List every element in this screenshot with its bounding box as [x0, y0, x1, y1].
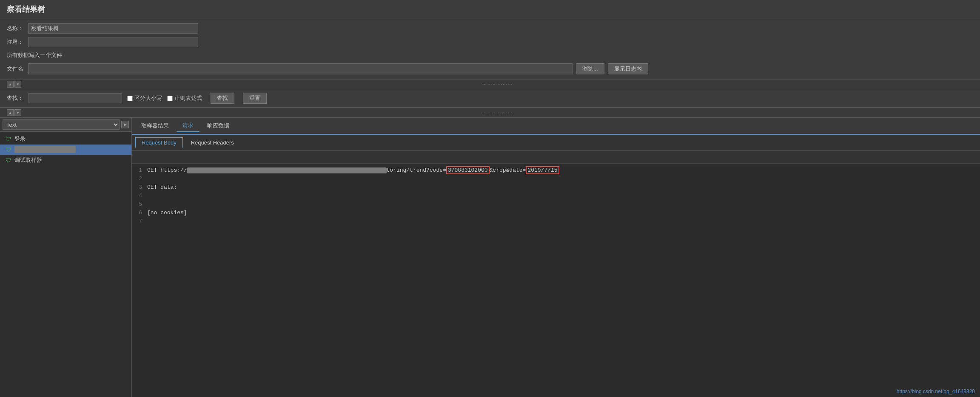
code-line-4: 4: [132, 193, 980, 201]
name-input[interactable]: [28, 23, 198, 34]
page-title: 察看结果树: [7, 5, 45, 14]
search-label: 查找：: [7, 94, 23, 102]
reset-button[interactable]: 重置: [243, 93, 267, 104]
tree-item-login-label: 登录: [14, 135, 26, 143]
sub-tabs: Request Body Request Headers: [132, 135, 980, 151]
line-num-4: 4: [132, 193, 147, 199]
empty-bar: [132, 151, 980, 164]
watermark: https://blog.csdn.net/qq_41648820: [897, 388, 975, 394]
name-label: 名称：: [7, 25, 28, 32]
name-row: 名称：: [0, 22, 980, 35]
filename-label: 文件名: [7, 65, 28, 73]
all-data-label: 所有数据写入一个文件: [0, 49, 980, 62]
blurred-url: ████████████████████████████████████████…: [187, 167, 387, 173]
line-content-6: [no cookies]: [147, 210, 187, 216]
browse-button[interactable]: 浏览...: [576, 63, 604, 74]
tree-selector[interactable]: Text HTML JSON XML: [3, 119, 120, 130]
regex-label: 正则表达式: [167, 94, 202, 102]
code-line-3: 3 GET data:: [132, 184, 980, 193]
tree-item-blurred-text: ████████████████: [14, 146, 76, 153]
line-content-1: GET https://████████████████████████████…: [147, 167, 559, 173]
code-line-2: 2: [132, 176, 980, 184]
tree-item-login[interactable]: 🛡 登录: [0, 133, 131, 145]
line-content-5: [147, 201, 151, 207]
tab-request[interactable]: 请求: [177, 119, 199, 132]
tree-arrow-btn[interactable]: ▶: [121, 121, 129, 128]
content-panel: 取样器结果 请求 响应数据 Request Body Request Heade…: [132, 118, 980, 397]
regex-checkbox[interactable]: [167, 96, 173, 101]
file-row: 文件名 浏览... 显示日志内: [0, 62, 980, 76]
tab-response-data[interactable]: 响应数据: [201, 120, 235, 132]
note-row: 注释：: [0, 35, 980, 49]
line-num-2: 2: [132, 176, 147, 182]
tree-item-debug-label: 调试取样器: [14, 156, 42, 164]
lower-section: Text HTML JSON XML ▶ 🛡 登录 🛡 ████████████…: [0, 118, 980, 397]
show-log-button[interactable]: 显示日志内: [608, 63, 648, 74]
case-sensitive-checkbox[interactable]: [127, 96, 133, 101]
sub-tab-request-headers[interactable]: Request Headers: [185, 137, 240, 148]
divider-dots-2: ⋯⋯⋯⋯⋯⋯: [482, 111, 513, 115]
code-line-6: 6 [no cookies]: [132, 210, 980, 218]
arrow-down-btn-2[interactable]: ▼: [14, 109, 21, 116]
code-line-5: 5: [132, 201, 980, 210]
code-area: 1 GET https://██████████████████████████…: [132, 164, 980, 397]
main-tabs: 取样器结果 请求 响应数据: [132, 118, 980, 135]
line-num-5: 5: [132, 201, 147, 207]
divider-dots: ⋯⋯⋯⋯⋯⋯: [482, 82, 513, 87]
line-num-7: 7: [132, 218, 147, 224]
note-label: 注释：: [7, 38, 28, 46]
line-content-4: [147, 193, 151, 199]
title-bar: 察看结果树: [0, 0, 980, 19]
line-content-3: GET data:: [147, 184, 177, 190]
highlight-date: 2019/7/15: [526, 166, 559, 174]
arrow-up-btn-2[interactable]: ▲: [7, 109, 14, 116]
search-input[interactable]: [28, 93, 122, 103]
find-button[interactable]: 查找: [211, 93, 234, 104]
case-sensitive-label: 区分大小写: [127, 94, 162, 102]
code-line-1: 1 GET https://██████████████████████████…: [132, 167, 980, 176]
arrow-up-btn[interactable]: ▲: [7, 81, 14, 88]
tree-items: 🛡 登录 🛡 ████████████████ 🛡 调试取样器: [0, 132, 131, 397]
tree-panel: Text HTML JSON XML ▶ 🛡 登录 🛡 ████████████…: [0, 118, 132, 397]
code-line-7: 7: [132, 218, 980, 227]
line-content-2: [147, 176, 151, 182]
highlight-code: 370883102000: [446, 166, 490, 174]
divider-bottom: ▲ ▼ ⋯⋯⋯⋯⋯⋯: [0, 108, 980, 118]
note-input[interactable]: [28, 37, 198, 47]
main-container: 察看结果树 名称： 注释： 所有数据写入一个文件 文件名 浏览... 显示日志内…: [0, 0, 980, 397]
shield-icon-debug: 🛡: [5, 157, 12, 164]
search-section: 查找： 区分大小写 正则表达式 查找 重置: [0, 89, 980, 108]
line-num-3: 3: [132, 184, 147, 190]
tree-toolbar: Text HTML JSON XML ▶: [0, 118, 131, 132]
tree-item-debug[interactable]: 🛡 调试取样器: [0, 155, 131, 166]
filename-input[interactable]: [28, 63, 573, 74]
tree-item-blurred[interactable]: 🛡 ████████████████: [0, 145, 131, 155]
divider-top: ▲ ▼ ⋯⋯⋯⋯⋯⋯: [0, 79, 980, 89]
line-num-1: 1: [132, 167, 147, 173]
shield-icon-login: 🛡: [5, 136, 12, 142]
form-section: 名称： 注释： 所有数据写入一个文件 文件名 浏览... 显示日志内: [0, 19, 980, 79]
line-content-7: [147, 218, 151, 224]
tab-sampler-result[interactable]: 取样器结果: [135, 120, 175, 132]
sub-tab-request-body[interactable]: Request Body: [135, 137, 183, 148]
arrow-down-btn[interactable]: ▼: [14, 81, 21, 88]
line-num-6: 6: [132, 210, 147, 216]
shield-icon-blurred: 🛡: [5, 146, 12, 153]
